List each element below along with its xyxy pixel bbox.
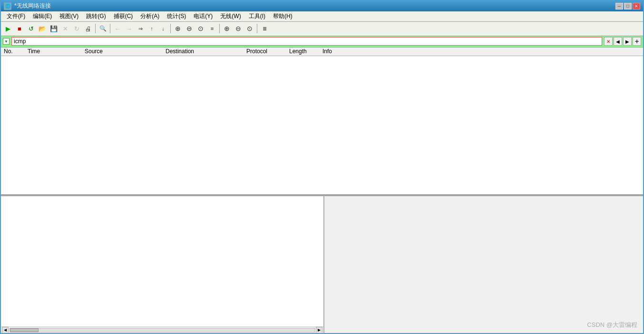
go-forward-button[interactable]: → [124, 23, 134, 34]
title-bar-left: 🌐 *无线网络连接 [4, 2, 51, 10]
packet-list-wrapper: No. Time Source Destination Protocol Len… [1, 48, 643, 195]
col-header-length: Length [286, 48, 320, 55]
resize-columns-button[interactable]: ≡ [207, 23, 217, 34]
bottom-area: ◀ ▶ CSDN @大雷编程 [1, 195, 643, 333]
packet-list-body [1, 56, 643, 194]
stop-capture-button[interactable]: ■ [14, 23, 25, 34]
watermark-text: CSDN @大雷编程 [587, 321, 637, 329]
separator-1 [95, 24, 96, 33]
col-header-source: Source [82, 48, 163, 55]
maximize-button[interactable]: □ [624, 3, 632, 10]
filter-bar: ▼ ✕ ◀ ▶ + [1, 36, 643, 48]
filter-input[interactable] [11, 37, 602, 46]
packet-list-header: No. Time Source Destination Protocol Len… [1, 48, 643, 56]
coloring-rules-button[interactable]: ≣ [259, 23, 270, 34]
scrollbar-thumb [10, 328, 39, 332]
zoom-out-button[interactable]: ⊖ [184, 23, 195, 34]
menu-edit[interactable]: 编辑(E) [29, 11, 56, 21]
app-icon: 🌐 [4, 2, 11, 10]
menu-view[interactable]: 视图(V) [56, 11, 82, 21]
menu-bar: 文件(F) 编辑(E) 视图(V) 跳转(G) 捕获(C) 分析(A) 统计(S… [1, 11, 643, 22]
filter-add-button[interactable]: + [633, 37, 641, 46]
main-content: No. Time Source Destination Protocol Len… [1, 48, 643, 333]
filter-actions: ✕ ◀ ▶ + [604, 37, 641, 46]
print-button[interactable]: 🖨 [83, 23, 93, 34]
menu-statistics[interactable]: 统计(S) [163, 11, 190, 21]
separator-3 [170, 24, 171, 33]
detail-pane: ◀ ▶ [1, 196, 324, 333]
app-window: 🌐 *无线网络连接 ─ □ ✕ 文件(F) 编辑(E) 视图(V) 跳转(G) … [0, 0, 644, 334]
zoom-packet-out-button[interactable]: ⊖ [233, 23, 244, 34]
start-capture-button[interactable]: ▶ [3, 23, 13, 34]
zoom-packet-normal-button[interactable]: ⊙ [244, 23, 255, 34]
filter-clear-button[interactable]: ✕ [604, 37, 613, 46]
save-file-button[interactable]: 💾 [49, 23, 59, 34]
restart-capture-button[interactable]: ↺ [26, 23, 36, 34]
menu-help[interactable]: 帮助(H) [269, 11, 296, 21]
menu-file[interactable]: 文件(F) [3, 11, 29, 21]
menu-telephony[interactable]: 电话(Y) [190, 11, 216, 21]
zoom-normal-button[interactable]: ⊙ [195, 23, 206, 34]
zoom-in-button[interactable]: ⊕ [173, 23, 183, 34]
menu-wireless[interactable]: 无线(W) [216, 11, 244, 21]
menu-go[interactable]: 跳转(G) [82, 11, 109, 21]
col-header-no: No. [1, 48, 25, 55]
hex-pane: CSDN @大雷编程 [324, 196, 643, 333]
col-header-destination: Destination [163, 48, 244, 55]
go-back-button[interactable]: ← [112, 23, 123, 34]
detail-pane-body [1, 196, 323, 326]
go-last-button[interactable]: ↓ [158, 23, 168, 34]
separator-4 [219, 24, 220, 33]
zoom-packet-in-button[interactable]: ⊕ [222, 23, 232, 34]
window-title: *无线网络连接 [14, 2, 51, 10]
filter-icon: ▼ [3, 38, 10, 45]
col-header-info: Info [320, 48, 643, 55]
menu-analyze[interactable]: 分析(A) [137, 11, 163, 21]
menu-tools[interactable]: 工具(I) [245, 11, 269, 21]
go-first-button[interactable]: ↑ [146, 23, 157, 34]
close-button[interactable]: ✕ [633, 3, 640, 10]
scrollbar-track[interactable] [10, 328, 315, 333]
filter-arrow-right-button[interactable]: ▶ [623, 37, 632, 46]
find-button[interactable]: 🔍 [98, 23, 108, 34]
minimize-button[interactable]: ─ [615, 3, 623, 10]
title-bar-controls: ─ □ ✕ [615, 3, 640, 10]
close-file-button[interactable]: ✕ [60, 23, 70, 34]
col-header-time: Time [25, 48, 82, 55]
separator-5 [257, 24, 257, 33]
menu-capture[interactable]: 捕获(C) [110, 11, 137, 21]
toolbar: ▶ ■ ↺ 📂 💾 ✕ ↻ 🖨 🔍 ← → ⇒ ↑ ↓ ⊕ ⊖ ⊙ ≡ ⊕ ⊖ … [1, 22, 643, 36]
col-header-protocol: Protocol [244, 48, 286, 55]
filter-arrow-left-button[interactable]: ◀ [614, 37, 622, 46]
scroll-left-button[interactable]: ◀ [2, 327, 9, 334]
open-file-button[interactable]: 📂 [37, 23, 48, 34]
go-to-packet-button[interactable]: ⇒ [135, 23, 146, 34]
separator-2 [110, 24, 110, 33]
scroll-right-button[interactable]: ▶ [316, 327, 322, 334]
reload-file-button[interactable]: ↻ [71, 23, 82, 34]
title-bar: 🌐 *无线网络连接 ─ □ ✕ [1, 1, 643, 11]
detail-scrollbar: ◀ ▶ [1, 326, 323, 333]
